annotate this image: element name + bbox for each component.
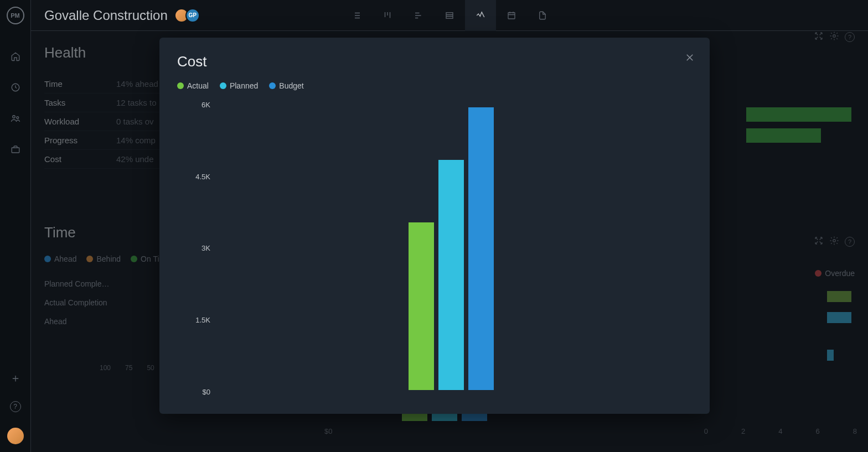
expand-icon[interactable] (814, 31, 824, 43)
home-icon[interactable] (9, 50, 22, 63)
cost-legend: Actual Planned Budget (177, 81, 692, 90)
bar-planned[interactable] (438, 160, 464, 390)
health-row: Tasks12 tasks to (44, 93, 172, 112)
top-bar: Govalle Construction GP (31, 0, 868, 31)
cost-chart: 6K 4.5K 3K 1.5K $0 (188, 96, 692, 394)
project-title: Govalle Construction (44, 8, 168, 23)
panel-controls: ? (814, 236, 855, 248)
bar-budget[interactable] (468, 107, 494, 390)
legend-item: Planned (220, 81, 258, 90)
overdue-legend: Overdue (815, 269, 855, 278)
expand-icon[interactable] (814, 236, 824, 248)
help-icon[interactable]: ? (845, 32, 855, 42)
health-row: Time14% ahead (44, 75, 172, 93)
y-axis: 6K 4.5K 3K 1.5K $0 (188, 96, 210, 394)
left-nav-rail: PM ＋ ? (0, 0, 31, 452)
help-icon[interactable]: ? (845, 237, 855, 247)
svg-point-2 (16, 117, 18, 119)
tab-files[interactable] (527, 0, 558, 31)
modal-title: Cost (177, 53, 692, 70)
progress-bars (746, 107, 851, 149)
tab-sheet[interactable] (434, 0, 465, 31)
svg-point-6 (833, 35, 836, 38)
app-logo[interactable]: PM (7, 7, 24, 24)
user-avatar[interactable] (7, 428, 24, 444)
svg-rect-3 (12, 148, 19, 153)
gear-icon[interactable] (829, 236, 839, 248)
help-button[interactable]: ? (10, 401, 21, 412)
tasks-mini-bars (827, 291, 851, 361)
briefcase-icon[interactable] (9, 143, 22, 156)
gear-icon[interactable] (829, 31, 839, 43)
right-axis: 02468 (704, 427, 857, 435)
add-button[interactable]: ＋ (10, 371, 21, 386)
tab-calendar[interactable] (496, 0, 527, 31)
clock-icon[interactable] (9, 81, 22, 94)
tab-board[interactable] (372, 0, 403, 31)
cost-modal: Cost Actual Planned Budget 6K 4.5K 3K 1.… (159, 38, 710, 414)
svg-point-7 (833, 240, 836, 242)
legend-item: Actual (177, 81, 209, 90)
cost-axis-zero: $0 (324, 427, 332, 435)
health-row: Cost42% unde (44, 150, 172, 169)
bar-actual[interactable] (409, 222, 434, 390)
avatar[interactable]: GP (185, 8, 200, 23)
tab-list[interactable] (341, 0, 372, 31)
health-row: Workload0 tasks ov (44, 112, 172, 131)
tab-gantt[interactable] (403, 0, 434, 31)
project-members[interactable]: GP (178, 8, 200, 23)
legend-item: Budget (269, 81, 303, 90)
chart-bars (409, 107, 494, 390)
svg-rect-5 (508, 12, 515, 18)
svg-point-1 (12, 116, 15, 118)
panel-controls: ? (814, 31, 855, 43)
health-row: Progress14% comp (44, 131, 172, 150)
svg-rect-4 (446, 12, 453, 18)
close-button[interactable] (682, 50, 698, 65)
people-icon[interactable] (9, 112, 22, 125)
view-tabs (341, 0, 558, 31)
tab-dashboard[interactable] (465, 0, 496, 31)
